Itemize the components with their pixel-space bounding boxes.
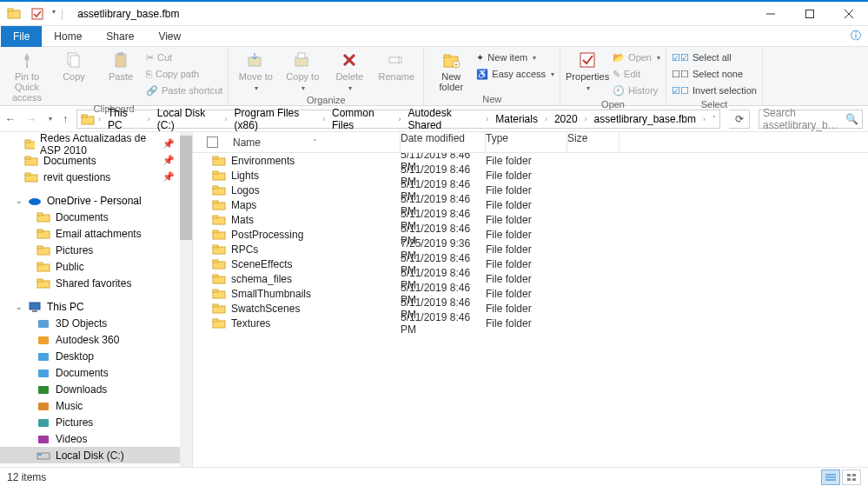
breadcrumb-seg[interactable]: assetlibrary_base.fbm — [591, 113, 699, 125]
open-icon: 📂 — [613, 52, 625, 63]
cut-button[interactable]: ✂Cut — [146, 50, 222, 65]
paste-shortcut-button[interactable]: 🔗Paste shortcut — [146, 83, 222, 98]
minimize-button[interactable] — [751, 2, 790, 26]
table-row[interactable]: Mats 5/11/2019 8:46 PM File folder — [193, 212, 868, 227]
nav-thispc-item[interactable]: Autodesk 360 — [0, 331, 192, 348]
column-name[interactable]: Name˄ — [231, 132, 401, 153]
table-row[interactable]: Maps 5/11/2019 8:46 PM File folder — [193, 197, 868, 212]
chevron-right-icon[interactable]: › — [96, 115, 103, 123]
chevron-right-icon[interactable]: › — [543, 115, 549, 123]
chevron-right-icon[interactable]: › — [583, 115, 589, 123]
table-row[interactable]: schema_files 5/11/2019 8:46 PM File fold… — [193, 271, 868, 286]
title-bar: ▾ | assetlibrary_base.fbm — [0, 2, 868, 26]
select-all-checkbox[interactable] — [207, 136, 218, 148]
nav-thispc-item[interactable]: Pictures — [0, 414, 192, 430]
refresh-button[interactable]: ⟳ — [729, 110, 750, 129]
breadcrumb-seg[interactable]: Program Files (x86) — [231, 107, 319, 131]
nav-up-button[interactable]: ↑ — [63, 113, 68, 125]
chevron-right-icon[interactable]: › — [484, 115, 490, 123]
tab-file[interactable]: File — [1, 26, 42, 47]
edit-button[interactable]: ✎Edit — [613, 66, 660, 82]
table-row[interactable]: PostProcessing 5/11/2019 8:46 PM File fo… — [193, 227, 868, 242]
nav-thispc-item[interactable]: Downloads — [0, 381, 192, 397]
move-to-button[interactable]: Move to▾ — [234, 49, 277, 94]
qat-dropdown-icon[interactable]: ▾ — [52, 8, 56, 20]
breadcrumb-seg[interactable]: Materials — [492, 113, 541, 125]
delete-button[interactable]: Delete▾ — [328, 49, 371, 94]
view-large-icons-button[interactable] — [842, 469, 861, 485]
tab-share[interactable]: Share — [94, 26, 146, 47]
nav-onedrive-item[interactable]: Pictures — [0, 242, 192, 258]
close-button[interactable] — [829, 2, 868, 26]
nav-thispc-item[interactable]: Videos — [0, 430, 192, 447]
history-button[interactable]: 🕘History — [613, 83, 660, 98]
paste-button[interactable]: Paste — [99, 49, 142, 82]
chevron-right-icon[interactable]: › — [223, 115, 229, 123]
nav-onedrive-item[interactable]: Public — [0, 258, 192, 275]
breadcrumb-seg[interactable]: This PC — [104, 107, 144, 131]
table-row[interactable]: Environments 5/11/2019 8:46 PM File fold… — [193, 153, 868, 168]
nav-this-pc[interactable]: ⌄ This PC — [0, 298, 192, 315]
table-row[interactable]: RPCs 7/25/2019 9:36 PM File folder — [193, 242, 868, 256]
chevron-right-icon[interactable]: › — [397, 115, 403, 123]
nav-onedrive-item[interactable]: Documents — [0, 209, 192, 225]
nav-back-button[interactable]: ← — [5, 113, 16, 125]
nav-onedrive-item[interactable]: Shared favorites — [0, 275, 192, 291]
column-type[interactable]: Type — [486, 132, 567, 153]
nav-thispc-item[interactable]: Music — [0, 397, 192, 414]
nav-quick-item[interactable]: Documents📌 — [0, 152, 192, 169]
chevron-right-icon[interactable]: › — [321, 115, 327, 123]
nav-quick-item[interactable]: revit questions📌 — [0, 169, 192, 185]
nav-thispc-item[interactable]: Documents — [0, 364, 192, 381]
table-row[interactable]: SmallThumbnails 5/11/2019 8:46 PM File f… — [193, 286, 868, 301]
nav-onedrive[interactable]: ⌄ OneDrive - Personal — [0, 192, 192, 209]
nav-thispc-item[interactable]: Desktop — [0, 348, 192, 364]
edit-icon: ✎ — [613, 69, 620, 80]
new-folder-button[interactable]: ✦ New folder — [429, 49, 473, 92]
properties-button[interactable]: Properties▾ — [566, 49, 609, 94]
qat-properties-icon[interactable] — [31, 8, 43, 20]
nav-scrollbar[interactable] — [180, 132, 192, 469]
breadcrumb-seg[interactable]: 2020 — [551, 113, 581, 125]
nav-onedrive-item[interactable]: Email attachments — [0, 225, 192, 242]
table-row[interactable]: Textures 5/11/2019 8:46 PM File folder — [193, 316, 868, 330]
breadcrumb[interactable]: › This PC› Local Disk (C:)› Program File… — [76, 110, 720, 129]
view-details-button[interactable] — [821, 469, 840, 485]
copy-button[interactable]: Copy — [52, 49, 96, 82]
chevron-right-icon[interactable]: › — [701, 115, 707, 123]
scrollbar-thumb[interactable] — [180, 136, 192, 240]
ribbon-help-icon[interactable]: ⓘ — [844, 29, 868, 43]
tab-home[interactable]: Home — [42, 26, 94, 47]
copy-to-button[interactable]: Copy to▾ — [281, 49, 324, 94]
address-dropdown[interactable]: ˅ — [712, 115, 716, 123]
file-name: Maps — [231, 199, 401, 211]
open-button[interactable]: 📂Open▾ — [613, 50, 660, 65]
rename-button[interactable]: Rename — [374, 49, 418, 82]
select-all-button[interactable]: ☑☑Select all — [672, 50, 757, 65]
pin-to-quick-access-button[interactable]: Pin to Quick access — [5, 49, 49, 103]
select-none-button[interactable]: ☐☐Select none — [672, 66, 757, 82]
table-row[interactable]: SceneEffects 5/11/2019 8:46 PM File fold… — [193, 256, 868, 271]
breadcrumb-seg[interactable]: Local Disk (C:) — [154, 107, 222, 131]
table-row[interactable]: Lights 5/11/2019 8:46 PM File folder — [193, 168, 868, 183]
column-date[interactable]: Date modified — [401, 132, 486, 153]
table-row[interactable]: SwatchScenes 5/11/2019 8:46 PM File fold… — [193, 301, 868, 316]
tab-view[interactable]: View — [146, 26, 193, 47]
breadcrumb-seg[interactable]: Common Files — [328, 107, 395, 131]
nav-quick-item[interactable]: Redes Actualizadas de ASP 2010📌 — [0, 136, 192, 152]
search-input[interactable]: Search assetlibrary_b… 🔍 — [759, 110, 863, 129]
nav-local-disk[interactable]: Local Disk (C:) — [0, 447, 192, 463]
easy-access-button[interactable]: ♿Easy access▾ — [476, 66, 554, 82]
new-item-button[interactable]: ✦New item▾ — [476, 50, 554, 65]
nav-thispc-item[interactable]: 3D Objects — [0, 315, 192, 331]
copy-path-button[interactable]: ⎘Copy path — [146, 66, 222, 82]
nav-forward-button[interactable]: → — [26, 113, 36, 125]
breadcrumb-seg[interactable]: Autodesk Shared — [405, 107, 483, 131]
column-size[interactable]: Size — [567, 132, 620, 153]
maximize-button[interactable] — [790, 2, 829, 26]
chevron-right-icon[interactable]: › — [146, 115, 152, 123]
table-row[interactable]: Logos 5/11/2019 8:46 PM File folder — [193, 183, 868, 197]
nav-recent-button[interactable]: ▾ — [49, 115, 52, 123]
invert-selection-button[interactable]: ☑☐Invert selection — [672, 83, 757, 98]
nav-item-label: Documents — [56, 367, 109, 379]
